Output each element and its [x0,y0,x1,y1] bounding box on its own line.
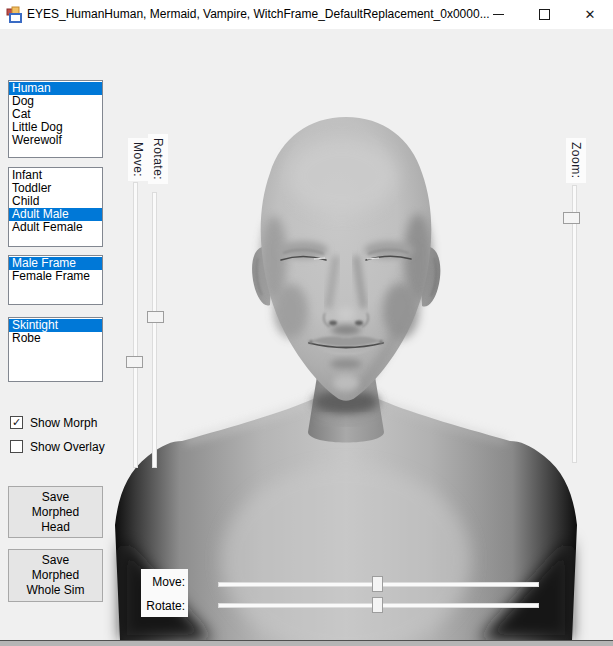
close-icon: ✕ [585,0,596,29]
show-overlay-checkbox-box [10,440,23,453]
list-item-werewolf[interactable]: Werewolf [9,134,102,147]
outfit-listbox: Skintight Robe [8,317,103,382]
close-button[interactable]: ✕ [567,0,613,29]
checkmark-icon: ✓ [12,417,21,428]
frame-listbox: Male Frame Female Frame [8,255,103,305]
maximize-button[interactable] [521,0,567,29]
save-morphed-whole-sim-button[interactable]: Save Morphed Whole Sim [8,549,103,602]
list-item-cat[interactable]: Cat [9,108,102,121]
move-horizontal-slider-label: Move: [140,575,185,589]
titlebar: EYES_HumanHuman, Mermaid, Vampire, Witch… [0,0,613,29]
list-item-female-frame[interactable]: Female Frame [9,270,102,283]
list-item-toddler[interactable]: Toddler [9,182,102,195]
list-item-human[interactable]: Human [9,82,102,95]
rotate-horizontal-slider-thumb[interactable] [372,597,383,613]
show-overlay-checkbox[interactable]: Show Overlay [10,439,105,454]
window-title: EYES_HumanHuman, Mermaid, Vampire, Witch… [27,0,490,29]
list-item-adult-male[interactable]: Adult Male [9,208,102,221]
zoom-slider-label: Zoom: [566,138,586,183]
rotate-horizontal-slider-label: Rotate: [140,599,185,613]
rotate-vertical-slider-track[interactable] [152,192,157,468]
app-window: EYES_HumanHuman, Mermaid, Vampire, Witch… [0,0,613,646]
show-morph-checkbox-box: ✓ [10,416,23,429]
zoom-slider-thumb[interactable] [563,212,580,224]
minimize-icon [493,14,504,15]
rotate-vertical-slider-thumb[interactable] [147,311,164,323]
list-item-robe[interactable]: Robe [9,332,102,345]
list-item-infant[interactable]: Infant [9,169,102,182]
minimize-button[interactable] [475,0,521,29]
list-item-adult-female[interactable]: Adult Female [9,221,102,234]
move-vertical-slider-thumb[interactable] [126,356,143,368]
zoom-slider-track[interactable] [572,185,577,463]
app-icon [6,6,23,23]
move-vertical-slider-track[interactable] [133,182,138,468]
rotate-vertical-slider-label: Rotate: [148,134,168,184]
move-horizontal-slider-thumb[interactable] [372,576,383,592]
age-listbox: Infant Toddler Child Adult Male Adult Fe… [8,167,103,247]
list-item-little-dog[interactable]: Little Dog [9,121,102,134]
species-listbox: Human Dog Cat Little Dog Werewolf [8,80,103,158]
list-item-male-frame[interactable]: Male Frame [9,257,102,270]
show-overlay-label: Show Overlay [30,440,105,454]
list-item-dog[interactable]: Dog [9,95,102,108]
list-item-child[interactable]: Child [9,195,102,208]
save-morphed-head-button[interactable]: Save Morphed Head [8,486,103,538]
move-vertical-slider-label: Move: [128,138,148,181]
list-item-skintight[interactable]: Skintight [9,319,102,332]
maximize-icon [539,9,550,20]
window-resize-edge[interactable] [0,640,613,646]
show-morph-label: Show Morph [30,416,97,430]
show-morph-checkbox[interactable]: ✓ Show Morph [10,415,97,430]
